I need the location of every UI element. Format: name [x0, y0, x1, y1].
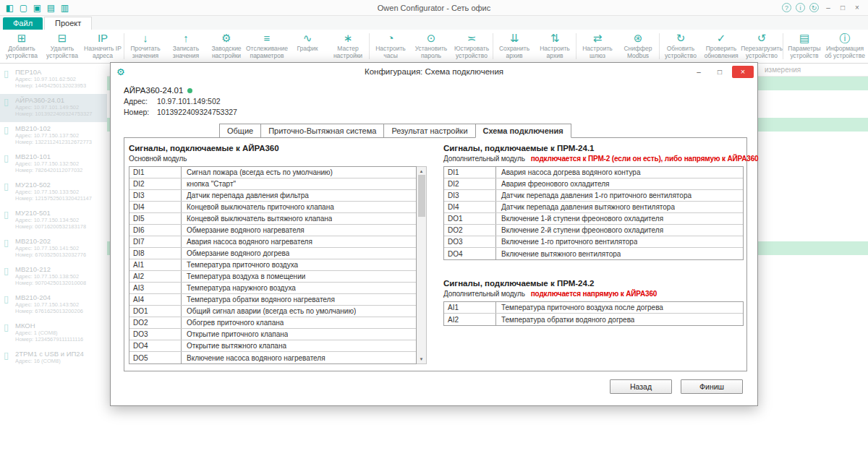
signal-row: DI4 Датчик перепада давления вытяжного в…	[444, 202, 743, 213]
signal-port: DI1	[129, 167, 182, 178]
toolbar-button[interactable]: ⓘ Информация об устройстве	[825, 30, 865, 63]
toolbar-button[interactable]: ⚙ Заводские настройки	[206, 30, 247, 63]
toolbar-button[interactable]: ≡ Отслеживание параметров	[247, 30, 287, 63]
window-control-icon[interactable]: ?	[782, 3, 791, 12]
toolbar-button[interactable]: ∗ Мастер настройки	[328, 30, 368, 63]
left-table-scrollbar[interactable]: ▲ ▼	[417, 166, 427, 364]
dialog-tab[interactable]: Результат настройки	[383, 124, 475, 138]
signal-row: DO2 Включение 2-й ступени фреонового охл…	[444, 225, 743, 236]
dialog-minimize-icon[interactable]: –	[690, 66, 707, 78]
tab-project[interactable]: Проект	[44, 17, 92, 30]
aira360-signals-section: Сигналы, подключаемые к АЙРА360 Основной…	[129, 144, 427, 364]
qat-icon[interactable]: ▤	[46, 3, 56, 13]
signal-description: Температура обратки водяного догрева	[496, 314, 634, 325]
toolbar-button[interactable]: ⊟ Удалить устройства	[42, 30, 82, 63]
toolbar-button-label: Назначить IP адреса	[82, 45, 123, 59]
signal-description: Включение 2-й ступени фреонового охладит…	[496, 225, 663, 236]
section-title: Сигналы, подключаемые к АЙРА360	[129, 144, 427, 152]
scroll-down-icon[interactable]: ▼	[420, 355, 424, 363]
signal-description: Включение 1-й ступени фреонового охладит…	[496, 213, 663, 224]
toolbar-button[interactable]: ⇊ Сохранить архив	[494, 30, 535, 63]
toolbar-button-label: Проверить обновления	[701, 45, 741, 59]
signal-description: Датчик перепада давления фильтра	[182, 190, 309, 201]
toolbar-button-label: Заводские настройки	[206, 45, 247, 59]
signal-description: Обмерзание водяного догрева	[182, 248, 289, 259]
toolbar-button[interactable]: ∿ График	[287, 30, 328, 63]
window-control-icon[interactable]: –	[823, 3, 833, 13]
toolbar-group-divider	[576, 33, 576, 59]
finish-button[interactable]: Финиш	[681, 379, 743, 394]
qat-icon[interactable]: ◧	[4, 3, 15, 13]
dialog-tab[interactable]: Схема подключения	[475, 124, 571, 138]
tab-file[interactable]: Файл	[3, 17, 43, 30]
window-control-icon[interactable]: i	[796, 3, 805, 12]
signal-row: DO3 Открытие приточного клапана	[129, 329, 416, 340]
toolbar-button[interactable]: ▤ Параметры устройств	[784, 30, 825, 63]
signal-row: DI4 Концевой выключатель приточного клап…	[129, 202, 416, 213]
signal-description: Концевой выключатель вытяжного клапана	[182, 213, 332, 224]
dialog-close-icon[interactable]: ×	[732, 66, 754, 78]
ribbon-toolbar: ⊞ Добавить устройства ⊟ Удалить устройст…	[0, 30, 868, 64]
toolbar-button[interactable]: ↑ Записать значения	[166, 30, 206, 63]
prm1-table-wrap: DI1 Авария насоса догрева водяного конту…	[443, 166, 744, 260]
window-control-icon[interactable]: □	[838, 3, 848, 13]
signal-row: DI7 Авария насоса водяного нагревателя	[129, 236, 416, 248]
signal-row: DO5 Включение насоса водяного нагревател…	[129, 352, 416, 363]
window-controls: ?i↻–□×	[782, 3, 868, 13]
section-title: Сигналы, подключаемые к ПРМ-24.1	[443, 144, 744, 152]
toolbar-button[interactable]: ↻ Обновить устройство	[660, 30, 701, 63]
signal-port: AI1	[444, 302, 496, 313]
toolbar-button[interactable]: ◔ Настроить часы	[370, 30, 411, 63]
window-control-icon[interactable]: ↻	[809, 3, 819, 12]
toolbar-button[interactable]: ⊙ Установить пароль	[411, 30, 451, 63]
toolbar-button-label: Настроить часы	[370, 45, 411, 59]
signal-description: Включение насоса водяного нагревателя	[182, 352, 326, 363]
toolbar-button-label: Обновить устройство	[660, 45, 701, 59]
dialog-maximize-icon[interactable]: □	[711, 66, 728, 78]
chart-icon: ∿	[303, 31, 312, 45]
dialog-tabs: ОбщиеПриточно-Вытяжная системаРезультат …	[220, 124, 571, 138]
section-subtitle: Дополнительный модуль	[443, 155, 525, 163]
dialog-titlebar: ⚙ Конфигурация: Схема подключения – □ ×	[111, 63, 757, 80]
dialog-address-value: 10.97.101.149:502	[157, 97, 221, 106]
scroll-up-icon[interactable]: ▲	[420, 167, 424, 173]
signal-port: DO2	[444, 225, 496, 236]
toolbar-button[interactable]: IP Назначить IP адреса	[82, 30, 123, 63]
dialog-controls: – □ ×	[690, 66, 757, 78]
toolbar-button[interactable]: ≍ Юстировать устройство	[451, 30, 492, 63]
toolbar-button[interactable]: ✓ Проверить обновления	[701, 30, 741, 63]
toolbar-button-label: Информация об устройстве	[825, 45, 865, 59]
section-note: подключается к ПРМ-2 (если он есть), либ…	[531, 155, 759, 163]
signal-row: DI1 Авария насоса догрева водяного конту…	[444, 167, 743, 178]
qat-icon[interactable]: ▣	[32, 3, 43, 13]
scroll-thumb[interactable]	[418, 175, 425, 217]
toolbar-button[interactable]: ↺ Перезагрузить устройство	[741, 30, 782, 63]
toolbar-button[interactable]: ⊛ Сниффер Modbus	[618, 30, 658, 63]
signal-port: DI4	[444, 202, 496, 212]
remove-device-icon: ⊟	[58, 31, 67, 45]
toolbar-button[interactable]: ⇅ Настроить архив	[535, 30, 575, 63]
toolbar-button-label: Параметры устройств	[784, 45, 825, 59]
toolbar-button-label: График	[297, 45, 318, 52]
signal-description: Обмерзание водяного нагревателя	[182, 225, 305, 236]
signal-description: Обогрев приточного клапана	[182, 317, 284, 328]
dialog-tab[interactable]: Общие	[219, 124, 261, 138]
signal-description: Авария насоса догрева водяного контура	[496, 167, 641, 178]
signal-row: DO4 Открытие вытяжного клапана	[129, 340, 416, 352]
toolbar-button[interactable]: ⇄ Настроить шлюз	[577, 30, 618, 63]
toolbar-group-divider	[124, 33, 124, 59]
signal-description: Открытие вытяжного клапана	[182, 340, 286, 351]
clock-icon: ◔	[387, 31, 393, 45]
window-control-icon[interactable]: ×	[852, 3, 862, 13]
signal-description: Температура приточного воздуха после дог…	[496, 302, 663, 313]
signal-port: DI4	[129, 202, 182, 212]
back-button[interactable]: Назад	[610, 379, 672, 394]
qat-icon[interactable]: ▢	[18, 3, 29, 13]
qat-icon[interactable]: ▥	[59, 3, 70, 13]
toolbar-button[interactable]: ⊞ Добавить устройства	[1, 30, 42, 63]
signal-row: AI1 Температура приточного воздуха	[129, 259, 416, 271]
dialog-content: Сигналы, подключаемые к АЙРА360 Основной…	[124, 137, 747, 371]
signal-port: DO3	[129, 329, 182, 340]
toolbar-button[interactable]: ↓ Прочитать значения	[125, 30, 166, 63]
dialog-tab[interactable]: Приточно-Вытяжная система	[260, 124, 384, 138]
